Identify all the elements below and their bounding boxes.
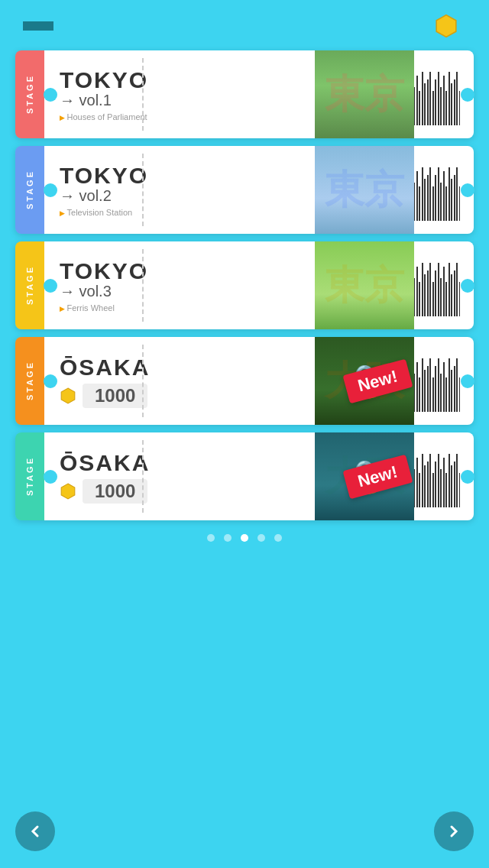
- dashed-divider: [142, 345, 144, 417]
- ticket-right-cap: [460, 241, 474, 329]
- pagination: [0, 534, 489, 542]
- stage-tab: STAGE: [15, 146, 44, 234]
- app-title: [0, 0, 489, 8]
- ticket-2[interactable]: STAGE TOKYO → vol.2 Television Station 東…: [15, 146, 474, 234]
- ticket-info: ŌSAKA 1000: [44, 337, 315, 425]
- barcode-lines: [411, 351, 464, 412]
- barcode-lines: [411, 160, 464, 221]
- chevron-left-icon: [26, 822, 44, 840]
- ticket-3[interactable]: STAGE TOKYO → vol.3 Ferris Wheel 東京: [15, 241, 474, 329]
- stage-tab-label: STAGE: [25, 265, 34, 305]
- barcode-lines: [411, 255, 464, 316]
- ticket-body: TOKYO → vol.2 Television Station 東京: [44, 146, 460, 234]
- stage-tab-label: STAGE: [25, 456, 34, 496]
- ticket-cost-num: 1000: [83, 384, 147, 408]
- ticket-info: ŌSAKA 1000: [44, 432, 315, 520]
- next-button[interactable]: [434, 811, 474, 851]
- pagination-dot-2[interactable]: [224, 534, 232, 542]
- ticket-right-cap: [460, 50, 474, 138]
- dashed-divider: [142, 440, 144, 513]
- stage-tab-label: STAGE: [25, 170, 34, 209]
- pagination-dot-5[interactable]: [274, 534, 282, 542]
- ticket-cost: 1000: [60, 384, 307, 408]
- ticket-cost: 1000: [60, 479, 307, 504]
- ticket-1[interactable]: STAGE TOKYO → vol.1 Houses of Parliament…: [15, 50, 474, 138]
- ticket-city: TOKYO: [60, 258, 307, 284]
- stage-tab-label: STAGE: [25, 361, 34, 400]
- dashed-divider: [142, 154, 144, 226]
- ticket-image: 東京: [315, 146, 414, 234]
- ticket-vol: → vol.1: [60, 92, 307, 109]
- chevron-right-icon: [445, 822, 463, 840]
- ticket-city: TOKYO: [60, 163, 307, 189]
- pagination-dot-4[interactable]: [257, 534, 265, 542]
- stage-tab-label: STAGE: [25, 74, 34, 114]
- dashed-divider: [142, 249, 144, 322]
- ticket-right-cap: [460, 337, 474, 425]
- ticket-info: TOKYO → vol.3 Ferris Wheel: [44, 241, 315, 329]
- ticket-info: TOKYO → vol.1 Houses of Parliament: [44, 50, 315, 138]
- ticket-subtitle: Television Station: [60, 208, 307, 217]
- pagination-dot-3[interactable]: [241, 534, 248, 542]
- svg-marker-0: [436, 15, 456, 37]
- ticket-city: TOKYO: [60, 67, 307, 93]
- ticket-vol: → vol.2: [60, 187, 307, 205]
- hex-coin-icon: [434, 14, 458, 38]
- ticket-image: 東京: [315, 50, 414, 138]
- barcode-lines: [411, 446, 464, 507]
- barcode-lines: [411, 64, 464, 125]
- stage-tab: STAGE: [15, 241, 44, 329]
- ticket-info: TOKYO → vol.2 Television Station: [44, 146, 315, 234]
- pagination-dot-1[interactable]: [207, 534, 215, 542]
- ticket-body: TOKYO → vol.1 Houses of Parliament 東京: [44, 50, 460, 138]
- ticket-city: ŌSAKA: [60, 355, 307, 381]
- ticket-barcode: [414, 337, 460, 425]
- svg-marker-1: [61, 388, 75, 403]
- ticket-barcode: [414, 50, 460, 138]
- ticket-4[interactable]: STAGE ŌSAKA 1000 🔒 大阪: [15, 337, 474, 425]
- watermark-text: 東京: [325, 68, 404, 121]
- ticket-right-cap: [460, 432, 474, 520]
- stage-tab: STAGE: [15, 432, 44, 520]
- ticket-right-cap: [460, 146, 474, 234]
- ticket-cost-num: 1000: [83, 479, 147, 504]
- ticket-barcode: [414, 241, 460, 329]
- ticket-subtitle: Houses of Parliament: [60, 112, 307, 121]
- ticket-body: TOKYO → vol.3 Ferris Wheel 東京: [44, 241, 460, 329]
- stage-select-label: [23, 21, 53, 31]
- ticket-body: ŌSAKA 1000 🔒 大阪 New!: [44, 432, 460, 520]
- stage-tab: STAGE: [15, 337, 44, 425]
- ticket-barcode: [414, 432, 460, 520]
- ticket-barcode: [414, 146, 460, 234]
- prev-button[interactable]: [15, 811, 55, 851]
- watermark-text: 東京: [325, 164, 404, 217]
- tickets-area: STAGE TOKYO → vol.1 Houses of Parliament…: [15, 50, 474, 520]
- coin-area: [434, 14, 466, 38]
- ticket-subtitle: Ferris Wheel: [60, 303, 307, 313]
- watermark-text: 東京: [325, 259, 404, 313]
- dashed-divider: [142, 58, 144, 131]
- svg-marker-2: [61, 484, 75, 499]
- stage-select-bar: [23, 14, 466, 38]
- ticket-city: ŌSAKA: [60, 450, 307, 476]
- stage-tab: STAGE: [15, 50, 44, 138]
- ticket-5[interactable]: STAGE ŌSAKA 1000 🔒 大阪: [15, 432, 474, 520]
- ticket-body: ŌSAKA 1000 🔒 大阪 New!: [44, 337, 460, 425]
- ticket-vol: → vol.3: [60, 283, 307, 300]
- ticket-image: 東京: [315, 241, 414, 329]
